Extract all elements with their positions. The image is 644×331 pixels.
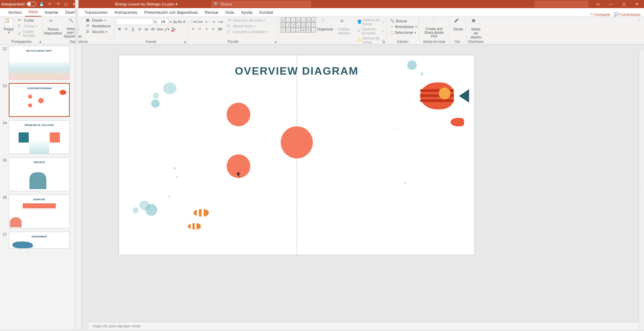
tab-vista[interactable]: Vista [222,8,237,17]
close-icon[interactable]: ✕ [630,0,643,8]
user-account[interactable] [534,1,589,7]
search-box[interactable]: 🔍 [211,1,311,7]
copy-button[interactable]: ⎘Copiar▾ [17,23,41,29]
shape-fill-button[interactable]: 🪣Relleno de forma▾ [356,18,385,26]
quick-styles-button[interactable]: ◪ Estilos rápidos [334,18,354,36]
numbering-button[interactable]: 1≡▾ [197,19,203,25]
shape-more-icon[interactable]: ⋯ [311,28,316,32]
arrange-button[interactable]: ⬚ Organizar [318,18,332,32]
spacing-button[interactable]: AV [150,26,156,32]
bubble-deco[interactable] [176,176,178,178]
shape-line2-icon[interactable]: \ [291,18,296,22]
thumbnail-slide-14[interactable]: PROBLEM VS. SOLUTION [9,120,70,154]
align-right-button[interactable]: ≡ [204,26,210,32]
bubble-deco[interactable] [133,207,139,213]
indent-button[interactable]: ⇥ [210,19,216,25]
align-center-button[interactable]: ≡ [197,26,203,32]
smartart-button[interactable]: ⬡Convertir a SmartArt▾ [226,29,269,34]
paste-button[interactable]: 📋 Pegar ▾ [2,18,16,35]
shape-curve-icon[interactable]: ∿ [281,28,285,32]
shape-star-icon[interactable]: ☆ [311,23,316,27]
shape-line-icon[interactable]: \ [286,18,291,22]
adobe-pdf-button[interactable]: 📄 Create and Share Adobe PDF [421,18,447,39]
shape-hex-icon[interactable]: ⬡ [301,23,306,27]
shape-outline-button[interactable]: ✎Contorno de forma▾ [356,27,385,35]
tab-ayuda[interactable]: Ayuda [237,8,256,17]
font-size-input[interactable] [158,18,168,25]
strike-button[interactable]: S̶ [137,26,143,32]
shape-arrow2-icon[interactable]: ⇨ [296,23,301,27]
case-button[interactable]: Aa▾ [157,26,163,32]
decrease-font-icon[interactable]: A▾ [178,19,182,25]
clownfish-1[interactable] [193,209,209,217]
diagram-circle-2[interactable] [281,126,313,158]
underline-button[interactable]: S [130,26,136,32]
clear-format-icon[interactable]: A̸ [182,19,186,25]
bubble-deco[interactable] [397,128,398,129]
bubble-deco[interactable] [405,182,407,184]
shape-star2-icon[interactable]: ✦ [306,28,311,32]
dialog-launcher-icon[interactable]: ◢ [274,40,278,44]
tab-acrobat[interactable]: Acrobat [256,8,276,17]
new-slide-button[interactable]: ▭ Nueva diapositiva [45,18,61,36]
find-button[interactable]: 🔍Buscar [389,18,417,24]
fish-small-illustration[interactable] [451,118,464,126]
shape-para-icon[interactable]: ▱ [306,23,311,27]
font-size-dropdown-icon[interactable]: ▾ [169,19,172,25]
canvas-area[interactable]: OVERVIEW DIAGRAM [82,45,644,330]
slideshow-icon[interactable]: ▢ [63,1,69,7]
thumbnail-slide-13[interactable]: OVERVIEW DIAGRAM [9,83,70,117]
bold-button[interactable]: N [116,26,122,32]
dialog-launcher-icon[interactable]: ◢ [184,40,187,44]
columns-button[interactable]: ▥▾ [217,26,223,32]
toggle-icon[interactable] [27,2,36,6]
tab-transiciones[interactable]: Transiciones [81,8,111,17]
reuse-slides-button[interactable]: 🔍 Volver a usar las diapositivas [62,18,84,39]
layout-button[interactable]: ▦Diseño▾ [85,18,112,23]
autosave-toggle[interactable]: Autoguardado [1,2,36,6]
thumbnail-slide-17[interactable]: ASSIGNMENT [9,232,70,249]
shape-conn2-icon[interactable]: ↴ [286,23,291,27]
clownfish-2[interactable] [188,223,201,230]
justify-button[interactable]: ≡ [210,26,216,32]
bubble-deco[interactable] [153,93,159,99]
shape-conn1-icon[interactable]: ↳ [281,23,285,27]
bubble-deco[interactable] [145,204,157,216]
shadow-button[interactable]: ab [143,26,150,32]
bubble-deco[interactable] [407,60,417,70]
tab-revisar[interactable]: Revisar [201,8,222,17]
search-input[interactable] [221,2,308,6]
shape-brace2-icon[interactable]: } [296,28,301,32]
shape-arrow-icon[interactable]: ↗ [291,23,296,27]
thumbnail-slide-16[interactable]: EXERCISE [9,195,70,228]
save-icon[interactable]: 💾 [39,1,44,7]
slide-thumbnails-panel[interactable]: 12 DID YOU KNOW THAT? 13 OVERVIEW DIAGRA… [0,45,75,330]
italic-button[interactable]: K [123,26,129,32]
collapse-ruler-button[interactable]: ˄ [639,51,644,330]
reset-button[interactable]: ↺Restablecer [85,23,112,29]
diagram-circle-1[interactable] [227,103,250,126]
bubble-deco[interactable] [420,72,423,76]
fish-illustration[interactable] [420,82,464,113]
slide-canvas[interactable]: OVERVIEW DIAGRAM [119,55,474,255]
design-ideas-button[interactable]: ▦ Ideas de diseño [468,18,484,40]
thumbnail-slide-15[interactable]: PROCESS [9,157,70,191]
highlight-button[interactable]: 🖍▾ [164,26,170,32]
align-left-button[interactable]: ≡ [190,26,196,32]
share-button[interactable]: ↗ Compartir [590,12,610,17]
bubble-deco[interactable] [151,99,160,108]
maximize-icon[interactable]: ◻ [618,0,630,8]
cut-button[interactable]: ✂Cortar [17,18,41,23]
align-text-button[interactable]: ⊟Alinear texto▾ [226,23,269,29]
dictate-button[interactable]: 🎤 Dictar [452,18,465,32]
font-name-input[interactable] [116,18,153,25]
tab-animaciones[interactable]: Animaciones [111,8,141,17]
shapes-gallery[interactable]: A \ \ ▭ ○ ▢ △ ↳ ↴ ↗ ⇨ ⬡ ▱ ☆ ∿ ∿ { } ⬈ ✦ [281,18,316,32]
line-spacing-button[interactable]: ↕≡▾ [217,19,223,25]
section-button[interactable]: ☰Sección▾ [85,29,112,34]
comments-button[interactable]: 💬 Comentarios [614,12,641,17]
shape-rect-icon[interactable]: ▭ [296,18,301,22]
filename-dropdown-icon[interactable]: ▾ [176,2,178,6]
redo-icon[interactable]: ↷ [55,1,61,7]
dialog-launcher-icon[interactable]: ◢ [383,40,386,44]
